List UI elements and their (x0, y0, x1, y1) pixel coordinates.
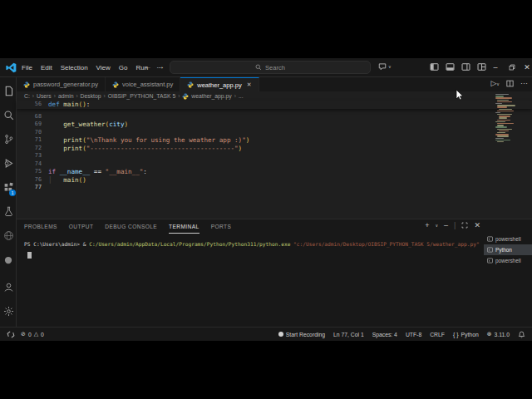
toggle-secondary-sidebar-icon[interactable] (461, 62, 470, 71)
nav-back-icon[interactable]: ← (144, 62, 152, 71)
warnings-count: 0 (41, 332, 44, 337)
line-number: 56 (17, 101, 48, 109)
close-panel-icon[interactable]: ✕ (474, 221, 480, 229)
window-maximize-button[interactable] (505, 61, 519, 74)
terminal-command-line[interactable]: PS C:\Users\admin> & C:/Users/admin/AppD… (24, 241, 480, 247)
remote-explorer-icon[interactable] (0, 224, 17, 248)
menu-item-edit[interactable]: Edit (37, 62, 57, 73)
menu-item-selection[interactable]: Selection (57, 62, 92, 73)
record-icon (278, 332, 283, 337)
terminal-icon (487, 247, 493, 253)
account-icon[interactable] (0, 275, 17, 299)
minimap-line (497, 106, 507, 107)
remote-indicator-icon[interactable] (7, 331, 15, 338)
code-text: │ main() (48, 176, 86, 185)
breadcrumb-item-weather-app-py[interactable]: weather_app.py (191, 93, 231, 99)
panel-tab-ports[interactable]: PORTS (211, 219, 232, 234)
copilot-chat-icon[interactable]: ∨ (378, 62, 392, 71)
line-number: 71 (17, 136, 48, 145)
breadcrumb-item-admin[interactable]: admin (58, 93, 74, 99)
code-text: def main(): (48, 101, 90, 109)
tab-voice-assistant-py[interactable]: voice_assistant.py (106, 77, 180, 91)
code-editor[interactable]: 56def main(): 6869 get_weather(city)7071… (17, 101, 532, 219)
command-center-search[interactable]: Search (170, 61, 371, 74)
panel-tab-output[interactable]: OUTPUT (69, 219, 94, 234)
minimap-line (495, 94, 509, 95)
tab-weather-app-py[interactable]: weather_app.py✕ (180, 77, 259, 91)
tab-password-generator-py[interactable]: password_generator.py (17, 77, 106, 91)
code-line: 74 (17, 160, 532, 169)
menu-item-file[interactable]: File (17, 62, 37, 73)
problems-status[interactable]: ⊘0 △0 (21, 331, 44, 337)
run-python-file-button[interactable]: ▷∨ (490, 79, 500, 87)
search-placeholder: Search (265, 64, 285, 71)
code-line: 77 (17, 184, 532, 192)
recorder-extension-icon[interactable] (0, 248, 17, 272)
testing-icon[interactable] (0, 200, 17, 224)
breadcrumb-item-oibsip-python-task-5[interactable]: OIBSIP_PYTHON_TASK 5 (108, 93, 175, 99)
window-minimize-button[interactable]: – (489, 61, 502, 74)
maximize-panel-icon[interactable] (461, 222, 468, 229)
warnings-icon: △ (34, 331, 38, 337)
terminal-instance-python[interactable]: Python (484, 244, 532, 255)
panel-tab-terminal[interactable]: TERMINAL (169, 219, 200, 234)
terminal-cursor (27, 252, 32, 259)
terminal-icon (487, 258, 493, 264)
errors-count: 0 (28, 332, 32, 337)
split-editor-icon[interactable] (506, 80, 514, 87)
breadcrumb-item-desktop[interactable]: Desktop (81, 93, 101, 99)
minimap-line (497, 114, 512, 115)
minimap[interactable] (495, 94, 520, 142)
status-crlf[interactable]: CRLF (430, 332, 445, 337)
menu-item-go[interactable]: Go (115, 62, 132, 73)
notifications-bell-icon[interactable] (518, 331, 525, 338)
terminal-instance-list: powershellPythonpowershell (484, 234, 532, 266)
breadcrumb-item-users[interactable]: Users (37, 93, 52, 99)
customize-layout-icon[interactable] (477, 62, 486, 71)
nav-forward-icon[interactable]: → (156, 62, 165, 71)
vscode-logo-icon (6, 62, 17, 73)
minimap-line (497, 101, 512, 102)
minimap-line (497, 120, 510, 121)
breadcrumb-item-item[interactable]: ... (239, 93, 244, 99)
status-3-11-0[interactable]: ⊛3.11.0 (487, 331, 510, 337)
tab-close-icon[interactable]: ✕ (247, 81, 252, 88)
terminal-profile-dropdown-icon[interactable]: ∨ (435, 223, 438, 228)
minimap-line (497, 132, 505, 133)
breadcrumb[interactable]: C:›Users›admin›Desktop›OIBSIP_PYTHON_TAS… (17, 91, 532, 101)
more-actions-icon[interactable]: ··· (520, 79, 528, 87)
minimize-panel-icon[interactable]: – (444, 221, 448, 229)
status-spaces-4[interactable]: Spaces: 4 (372, 332, 397, 337)
line-number: 69 (17, 121, 48, 129)
settings-gear-icon[interactable] (0, 299, 17, 323)
window-close-button[interactable]: ✕ (520, 61, 532, 74)
source-control-icon[interactable] (0, 127, 17, 151)
breadcrumb-item-c[interactable]: C: (24, 93, 30, 99)
terminal-instance-powershell[interactable]: powershell (484, 234, 532, 244)
status-python[interactable]: { }Python (453, 332, 479, 337)
bottom-panel: PROBLEMSOUTPUTDEBUG CONSOLETERMINALPORTS… (17, 219, 532, 327)
extensions-icon[interactable]: 1 (0, 175, 17, 200)
new-terminal-icon[interactable]: + (425, 221, 429, 229)
line-number: 72 (17, 145, 48, 153)
panel-tab-debug-console[interactable]: DEBUG CONSOLE (105, 219, 157, 234)
minimap-line (495, 103, 502, 104)
search-view-icon[interactable] (0, 103, 17, 127)
mouse-cursor (456, 90, 464, 101)
line-number: 70 (17, 129, 48, 137)
status-label: CRLF (430, 332, 445, 337)
status-ln-77-col-1[interactable]: Ln 77, Col 1 (333, 332, 364, 337)
toggle-sidebar-icon[interactable] (430, 62, 439, 71)
toggle-panel-icon[interactable] (446, 62, 455, 71)
code-line: 71 print("\nThank you for using the weat… (17, 136, 532, 145)
status-start-recording[interactable]: Start Recording (278, 332, 325, 337)
status-utf-8[interactable]: UTF-8 (406, 332, 421, 337)
status-bar: ⊘0 △0 Start RecordingLn 77, Col 1Spaces:… (0, 327, 532, 341)
panel-tab-problems[interactable]: PROBLEMS (24, 219, 57, 234)
run-debug-icon[interactable] (0, 151, 17, 175)
minimap-line (495, 140, 510, 140)
menu-item-view[interactable]: View (92, 62, 115, 73)
explorer-icon[interactable] (0, 79, 17, 103)
python-file-icon (187, 81, 194, 88)
terminal-instance-powershell[interactable]: powershell (484, 255, 532, 266)
